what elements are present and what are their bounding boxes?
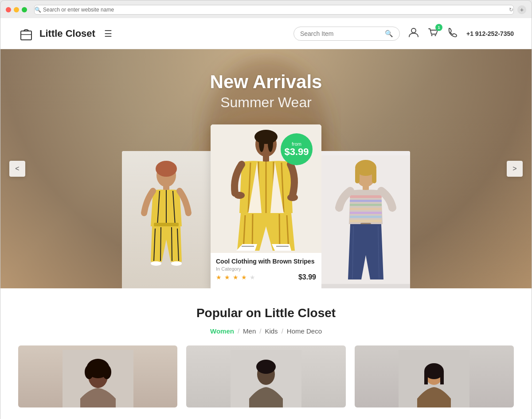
carousel-card-featured[interactable]: from $3.99 bbox=[211, 124, 321, 288]
svg-line-16 bbox=[172, 227, 172, 261]
minimize-button[interactable] bbox=[14, 7, 19, 12]
cat-sep-3: / bbox=[282, 327, 283, 335]
popular-section: Popular on Little Closet Women / Men / K… bbox=[0, 288, 532, 419]
price-badge-amount: $3.99 bbox=[284, 147, 309, 157]
user-account-button[interactable] bbox=[408, 27, 419, 41]
svg-point-59 bbox=[102, 365, 111, 379]
site-header: Little Closet ☰ 🔍 bbox=[0, 18, 532, 49]
carousel-card-right[interactable] bbox=[321, 151, 410, 288]
new-tab-button[interactable]: + bbox=[517, 5, 526, 14]
hero-section: New Arrivals Summer Wear < > bbox=[0, 49, 532, 288]
star-2: ★ bbox=[224, 274, 231, 281]
product-card-1[interactable] bbox=[18, 345, 177, 407]
svg-point-2 bbox=[411, 28, 416, 33]
card-title: Cool Clothing with Brown Stripes bbox=[216, 257, 316, 265]
svg-line-15 bbox=[160, 227, 161, 261]
product-grid bbox=[18, 345, 514, 407]
svg-point-19 bbox=[171, 261, 182, 266]
cat-sep-2: / bbox=[259, 327, 261, 335]
star-3: ★ bbox=[233, 274, 239, 281]
product-card-2[interactable] bbox=[186, 345, 345, 407]
star-1: ★ bbox=[216, 274, 222, 281]
featured-product-image: from $3.99 bbox=[211, 124, 321, 253]
card-right-image bbox=[321, 151, 410, 288]
hero-subtitle: Summer Wear bbox=[210, 94, 322, 111]
svg-rect-48 bbox=[350, 208, 382, 210]
product-card-3[interactable] bbox=[355, 345, 514, 407]
svg-rect-46 bbox=[350, 200, 382, 202]
carousel-prev-button[interactable]: < bbox=[9, 161, 25, 177]
svg-point-3 bbox=[431, 35, 432, 36]
category-kids[interactable]: Kids bbox=[265, 327, 278, 335]
category-men[interactable]: Men bbox=[243, 327, 256, 335]
svg-rect-13 bbox=[154, 223, 179, 226]
svg-rect-43 bbox=[372, 168, 376, 183]
card-price: $3.99 bbox=[298, 273, 316, 281]
svg-rect-49 bbox=[350, 212, 382, 214]
star-5: ★ bbox=[250, 274, 256, 281]
search-icon: 🔍 bbox=[35, 7, 41, 13]
website-content: Little Closet ☰ 🔍 bbox=[0, 18, 532, 419]
close-button[interactable] bbox=[6, 7, 11, 12]
svg-rect-66 bbox=[424, 371, 428, 384]
card-bottom: ★ ★ ★ ★ ★ $3.99 bbox=[216, 273, 316, 281]
svg-rect-0 bbox=[21, 31, 31, 40]
category-women[interactable]: Women bbox=[210, 327, 234, 335]
svg-point-23 bbox=[259, 134, 264, 152]
star-rating: ★ ★ ★ ★ ★ bbox=[216, 274, 256, 281]
svg-rect-45 bbox=[350, 195, 382, 198]
cat-sep-1: / bbox=[238, 327, 239, 335]
product-image-1 bbox=[18, 345, 177, 407]
address-text: Search or enter website name bbox=[43, 7, 114, 13]
svg-point-35 bbox=[234, 192, 245, 199]
popular-categories: Women / Men / Kids / Home Deco bbox=[18, 327, 514, 335]
search-icon: 🔍 bbox=[385, 30, 393, 38]
phone-number: +1 912-252-7350 bbox=[466, 30, 514, 37]
chevron-left-icon: < bbox=[15, 165, 19, 173]
svg-point-58 bbox=[85, 365, 94, 379]
svg-rect-42 bbox=[355, 168, 360, 183]
logo-text: Little Closet bbox=[39, 28, 95, 39]
search-input[interactable] bbox=[300, 30, 381, 37]
svg-point-8 bbox=[156, 161, 177, 177]
product-image-3 bbox=[355, 345, 514, 407]
svg-rect-50 bbox=[350, 216, 382, 218]
cart-button[interactable]: 1 bbox=[427, 27, 439, 41]
traffic-lights bbox=[6, 7, 27, 12]
cart-badge: 1 bbox=[435, 24, 442, 31]
logo-bag-icon bbox=[18, 26, 34, 42]
phone-button[interactable] bbox=[447, 27, 458, 41]
svg-rect-47 bbox=[350, 204, 382, 206]
svg-point-36 bbox=[287, 194, 298, 201]
phone-icon bbox=[447, 27, 458, 38]
price-badge: from $3.99 bbox=[281, 133, 313, 165]
svg-point-4 bbox=[434, 35, 436, 36]
browser-titlebar: 🔍 Search or enter website name ↻ + bbox=[0, 5, 532, 18]
category-home-deco[interactable]: Home Deco bbox=[287, 327, 322, 335]
popular-title: Popular on Little Closet bbox=[18, 306, 514, 320]
hamburger-menu[interactable]: ☰ bbox=[104, 28, 112, 39]
logo-area: Little Closet ☰ bbox=[18, 26, 112, 42]
carousel-card-left[interactable] bbox=[122, 151, 211, 288]
svg-point-22 bbox=[254, 130, 278, 144]
card-category: In Category bbox=[216, 266, 316, 272]
product-image-2 bbox=[186, 345, 345, 407]
header-right: 🔍 1 bbox=[293, 27, 514, 41]
card-left-image bbox=[122, 151, 211, 288]
hero-main-title: New Arrivals bbox=[210, 71, 322, 93]
svg-point-24 bbox=[268, 134, 273, 152]
svg-rect-51 bbox=[350, 220, 382, 222]
chevron-right-icon: > bbox=[512, 165, 516, 173]
address-bar[interactable]: 🔍 Search or enter website name ↻ bbox=[34, 5, 514, 15]
star-4: ★ bbox=[241, 274, 247, 281]
user-icon bbox=[408, 27, 419, 38]
featured-card-info: Cool Clothing with Brown Stripes In Cate… bbox=[211, 253, 321, 286]
svg-point-62 bbox=[256, 360, 276, 374]
svg-rect-25 bbox=[263, 155, 269, 162]
maximize-button[interactable] bbox=[22, 7, 27, 12]
search-bar[interactable]: 🔍 bbox=[293, 27, 400, 41]
svg-rect-67 bbox=[440, 371, 444, 384]
svg-point-18 bbox=[151, 261, 161, 266]
carousel-next-button[interactable]: > bbox=[507, 161, 523, 177]
hero-cards: from $3.99 bbox=[122, 124, 410, 288]
